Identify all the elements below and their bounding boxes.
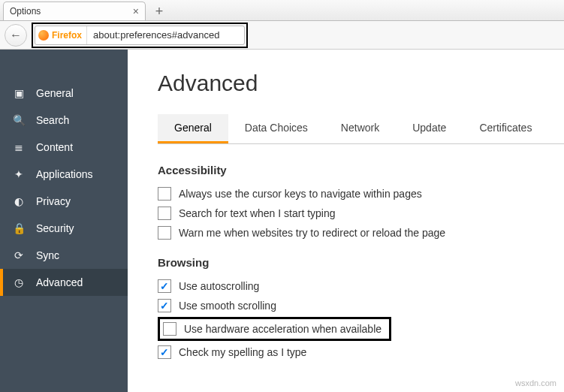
search-icon: 🔍 [12,114,26,126]
url-text: about:preferences#advanced [87,29,225,41]
tab-strip: Options × + [0,0,564,21]
option-label: Use hardware acceleration when available [184,323,382,335]
tab-title: Options [10,6,127,17]
sidebar-item-security[interactable]: 🔒Security [0,215,128,242]
lock-icon: 🔒 [12,222,26,234]
gauge-icon: ◷ [12,276,26,288]
option-label: Check my spelling as I type [179,346,306,358]
option-row: Search for text when I start typing [158,204,564,223]
option-row: Use smooth scrolling [158,296,564,315]
sidebar-item-label: General [36,87,74,99]
watermark: wsxdn.com [515,378,556,387]
checkbox-hardware-accel[interactable] [163,322,176,336]
checkbox-search-text[interactable] [158,207,171,220]
option-label: Use smooth scrolling [179,300,276,312]
tab-network[interactable]: Network [324,114,396,143]
sidebar-item-label: Security [36,222,74,234]
checkbox-smooth-scrolling[interactable] [158,299,171,312]
browsing-heading: Browsing [158,256,564,269]
checkbox-warn-redirect[interactable] [158,226,171,240]
sidebar-item-label: Sync [36,249,59,261]
back-button[interactable]: ← [5,24,27,47]
url-bar[interactable]: Firefox about:preferences#advanced [35,26,245,45]
option-row: Warn me when websites try to redirect or… [158,223,564,243]
sidebar-item-search[interactable]: 🔍Search [0,107,128,134]
firefox-badge: Firefox [35,26,87,44]
checkbox-autoscrolling[interactable] [158,279,171,293]
new-tab-button[interactable]: + [149,2,170,20]
checkbox-spelling[interactable] [158,345,171,359]
option-label: Warn me when websites try to redirect or… [179,227,445,239]
option-label: Search for text when I start typing [179,207,336,219]
sidebar-item-label: Privacy [36,195,71,207]
sidebar-item-label: Applications [36,168,93,180]
sync-icon: ⟳ [12,249,26,261]
option-row-highlighted: Use hardware acceleration when available [158,315,564,342]
sidebar-item-privacy[interactable]: ◐Privacy [0,188,128,215]
arrow-left-icon: ← [10,29,22,42]
rocket-icon: ✦ [12,168,26,180]
page-title: Advanced [158,71,564,96]
close-icon[interactable]: × [133,5,139,17]
option-row: Use autoscrolling [158,276,564,296]
document-icon: ≣ [12,141,26,153]
option-label: Use autoscrolling [179,280,259,292]
sidebar-item-label: Search [36,114,69,126]
mask-icon: ◐ [12,195,26,207]
highlight-box: Use hardware acceleration when available [158,317,391,341]
accessibility-heading: Accessibility [158,164,564,176]
url-highlight-box: Firefox about:preferences#advanced [32,23,248,48]
option-row: Always use the cursor keys to navigate w… [158,184,564,204]
sidebar-item-label: Advanced [36,276,83,288]
tab-general[interactable]: General [158,114,228,143]
monitor-icon: ▣ [12,87,26,99]
sidebar-item-applications[interactable]: ✦Applications [0,161,128,188]
nav-bar: ← Firefox about:preferences#advanced [0,21,564,50]
sidebar-item-general[interactable]: ▣General [0,80,128,107]
main-panel: Advanced General Data Choices Network Up… [128,50,564,392]
checkbox-cursor-keys[interactable] [158,187,171,201]
sidebar-item-label: Content [36,141,73,153]
tab-certificates[interactable]: Certificates [463,114,548,143]
sidebar: ▣General 🔍Search ≣Content ✦Applications … [0,50,128,392]
sidebar-item-sync[interactable]: ⟳Sync [0,242,128,269]
option-row: Check my spelling as I type [158,342,564,362]
sidebar-item-advanced[interactable]: ◷Advanced [0,269,128,296]
tab-data-choices[interactable]: Data Choices [228,114,324,143]
option-label: Always use the cursor keys to navigate w… [179,188,422,200]
sidebar-item-content[interactable]: ≣Content [0,134,128,161]
browser-tab[interactable]: Options × [3,2,146,20]
tab-update[interactable]: Update [396,114,463,143]
sub-tabs: General Data Choices Network Update Cert… [158,114,564,144]
